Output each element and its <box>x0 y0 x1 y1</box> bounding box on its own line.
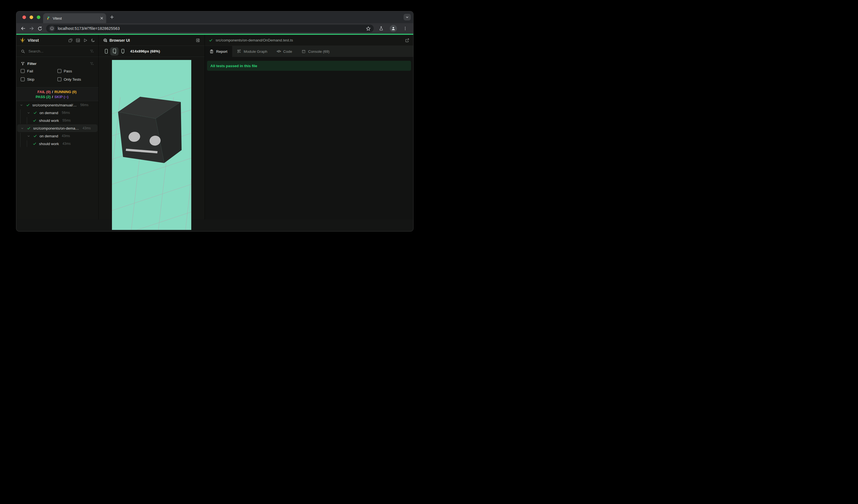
minimize-window-button[interactable] <box>30 15 33 19</box>
module-graph-icon <box>237 49 241 54</box>
browser-window: Vitest <box>16 11 414 231</box>
dashboard-icon[interactable] <box>76 38 80 43</box>
tab-title: Vitest <box>53 16 100 20</box>
checkbox-icon[interactable] <box>58 77 61 81</box>
clear-filter-icon[interactable] <box>90 49 94 53</box>
tree-guide <box>27 140 27 147</box>
console-icon <box>302 49 306 54</box>
tree-row-suite[interactable]: on demand 56ms <box>16 109 98 117</box>
bookmark-star-icon[interactable] <box>366 26 371 31</box>
reload-icon[interactable] <box>36 24 44 33</box>
chevron-down-icon[interactable] <box>20 127 24 130</box>
search-input[interactable] <box>28 49 90 54</box>
search-icon <box>21 49 25 54</box>
tree-duration: 55ms <box>62 118 70 123</box>
device-preset-zoom-out-icon[interactable] <box>118 47 127 55</box>
test-viewport-canvas[interactable] <box>112 60 191 230</box>
tab-console[interactable]: Console (69) <box>297 46 334 57</box>
pass-check-icon <box>26 103 30 107</box>
forward-icon[interactable] <box>27 24 36 33</box>
clear-filter-icon[interactable] <box>90 62 94 66</box>
tree-duration: 43ms <box>62 142 70 146</box>
skip-count: SKIP (--) <box>54 95 68 99</box>
tab-close-icon[interactable] <box>100 17 104 20</box>
collapse-panels-icon[interactable] <box>68 38 73 43</box>
filter-title: Filter <box>27 62 90 66</box>
tree-row-suite[interactable]: on demand 43ms <box>16 132 98 140</box>
dock-panel-right-icon[interactable] <box>196 38 200 43</box>
search-tabs-button[interactable] <box>403 14 411 20</box>
experiments-flask-icon[interactable] <box>379 26 384 31</box>
tree-row-test[interactable]: should work 55ms <box>16 117 98 124</box>
tab-strip: Vitest <box>16 11 413 23</box>
checkbox-icon[interactable] <box>21 77 25 81</box>
checkbox-icon[interactable] <box>21 69 25 73</box>
browser-tab-vitest[interactable]: Vitest <box>43 13 106 23</box>
fail-count: FAIL (0) <box>16 90 51 94</box>
tree-guide <box>20 133 20 147</box>
url-bar[interactable]: localhost:5173/#/?file=1828625563 <box>46 25 374 32</box>
run-all-icon[interactable] <box>83 38 88 43</box>
checkbox-icon[interactable] <box>58 69 61 73</box>
report-tab-bar: Report Module Graph </> Code <box>205 46 413 57</box>
site-info-icon[interactable] <box>49 26 55 32</box>
tree-label: on demand <box>39 111 58 115</box>
chevron-down-icon[interactable] <box>20 103 23 107</box>
test-file-path: src/components/on-demand/OnDemand.test.t… <box>216 38 405 42</box>
pass-check-icon <box>33 134 37 138</box>
tab-module-graph[interactable]: Module Graph <box>232 46 272 57</box>
filter-section: Filter Fail Pass <box>16 57 98 87</box>
browser-toolbar: localhost:5173/#/?file=1828625563 <box>16 23 413 34</box>
window-controls <box>22 15 41 19</box>
filter-checkbox-fail[interactable]: Fail <box>21 69 58 73</box>
tab-label: Console (69) <box>308 49 330 54</box>
menu-dots-icon[interactable] <box>403 26 408 31</box>
pass-check-icon <box>33 111 37 115</box>
tree-duration: 43ms <box>83 126 91 130</box>
tree-duration: 56ms <box>62 111 70 115</box>
filter-checkbox-pass[interactable]: Pass <box>58 69 94 73</box>
dark-mode-moon-icon[interactable] <box>91 38 95 43</box>
report-panel: src/components/on-demand/OnDemand.test.t… <box>205 35 413 220</box>
report-clipboard-icon <box>209 49 214 54</box>
filter-funnel-icon <box>21 62 25 66</box>
pass-check-icon <box>209 38 213 42</box>
checkbox-label: Pass <box>64 69 72 73</box>
tree-row-file-selected[interactable]: src/components/on-dema… 43ms <box>17 124 98 132</box>
maximize-window-button[interactable] <box>37 15 41 19</box>
pass-count: PASS (2) <box>16 95 51 99</box>
app-title: Vitest <box>28 38 39 43</box>
close-window-button[interactable] <box>22 15 26 19</box>
globe-icon <box>103 38 108 43</box>
tree-guide <box>27 117 27 124</box>
tree-label: src/components/manual/… <box>32 103 77 107</box>
back-icon[interactable] <box>19 24 27 33</box>
device-preset-zoom-in-icon[interactable] <box>110 47 118 55</box>
tree-row-test[interactable]: should work 43ms <box>16 140 98 148</box>
running-count: RUNNING (0) <box>54 90 77 94</box>
tab-report[interactable]: Report <box>205 46 232 57</box>
checkbox-label: Skip <box>27 77 34 82</box>
banner-text: All tests passed in this file <box>210 64 257 68</box>
tree-row-file[interactable]: src/components/manual/… 56ms <box>16 101 98 109</box>
checkbox-label: Only Tests <box>64 77 81 82</box>
tab-code[interactable]: </> Code <box>272 46 297 57</box>
open-external-icon[interactable] <box>405 38 409 43</box>
chevron-down-icon[interactable] <box>27 134 31 138</box>
device-preset-small-icon[interactable] <box>102 47 110 55</box>
viewport-size-label: 414x896px (68%) <box>130 49 160 53</box>
test-explorer-sidebar: Vitest <box>16 35 99 220</box>
tree-label: should work <box>39 142 59 146</box>
tab-label: Code <box>283 49 292 54</box>
pass-check-icon <box>33 118 36 123</box>
filter-checkbox-only-tests[interactable]: Only Tests <box>58 77 94 82</box>
vitest-favicon-icon <box>46 16 50 20</box>
summary-separator: / <box>51 90 54 94</box>
url-text[interactable]: localhost:5173/#/?file=1828625563 <box>58 26 366 31</box>
browser-ui-panel: Browser UI <box>99 35 205 220</box>
filter-checkbox-skip[interactable]: Skip <box>21 77 58 82</box>
tree-duration: 56ms <box>80 103 89 107</box>
chevron-down-icon[interactable] <box>27 111 31 115</box>
new-tab-button[interactable] <box>110 15 114 19</box>
profile-avatar[interactable] <box>390 25 397 32</box>
